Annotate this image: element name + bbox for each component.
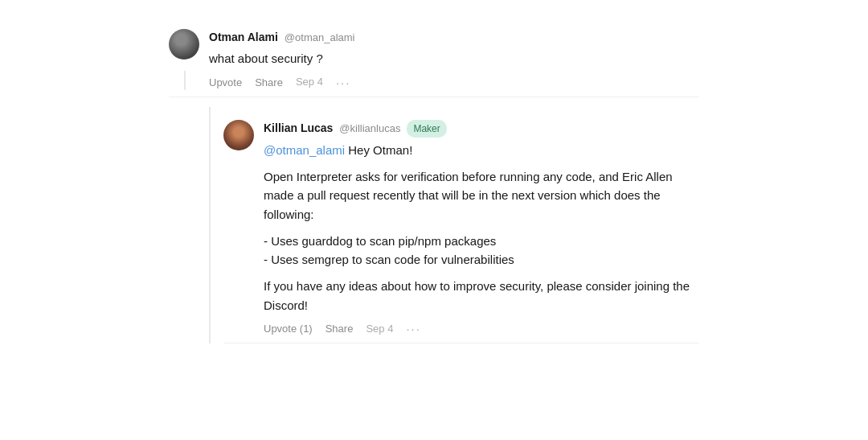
maker-badge: Maker	[407, 120, 446, 138]
author-handle-killian: @killianlucas	[339, 121, 400, 137]
bullet2: - Uses semgrep to scan code for vulnerab…	[264, 253, 514, 266]
comment-killian: Killian Lucas @killianlucas Maker @otman…	[223, 107, 699, 344]
share-button-otman[interactable]: Share	[255, 76, 283, 88]
more-button-otman[interactable]: ···	[336, 76, 351, 89]
upvote-button-killian[interactable]: Upvote (1)	[264, 323, 313, 335]
comment-actions-otman: Upvote Share Sep 4 ···	[209, 74, 699, 90]
more-button-killian[interactable]: ···	[406, 322, 421, 335]
page-container: Otman Alami @otman_alami what about secu…	[153, 0, 715, 360]
comment-otman: Otman Alami @otman_alami what about secu…	[169, 16, 699, 97]
author-handle-otman: @otman_alami	[285, 30, 355, 46]
replies-container: Killian Lucas @killianlucas Maker @otman…	[209, 107, 699, 344]
comment-header-otman: Otman Alami @otman_alami	[209, 29, 699, 46]
comment-body-killian: Killian Lucas @killianlucas Maker @otman…	[264, 120, 699, 337]
comment-actions-killian: Upvote (1) Share Sep 4 ···	[264, 321, 699, 337]
author-name-otman: Otman Alami	[209, 29, 278, 46]
date-killian: Sep 4	[366, 321, 393, 337]
avatar-otman	[169, 29, 199, 60]
thread-line	[184, 71, 186, 90]
date-otman: Sep 4	[296, 74, 323, 90]
mention-link[interactable]: @otman_alami	[264, 143, 345, 157]
upvote-button-otman[interactable]: Upvote	[209, 76, 242, 88]
bullet1: - Uses guarddog to scan pip/npm packages	[264, 234, 496, 248]
comment-body-otman: Otman Alami @otman_alami what about secu…	[209, 29, 699, 90]
share-button-killian[interactable]: Share	[326, 323, 354, 335]
comment-text-killian: @otman_alami Hey Otman! Open Interpreter…	[264, 141, 699, 315]
avatar-killian	[223, 120, 254, 150]
comment-header-killian: Killian Lucas @killianlucas Maker	[264, 120, 699, 138]
author-name-killian: Killian Lucas	[264, 120, 333, 137]
paragraph3: If you have any ideas about how to impro…	[264, 277, 699, 315]
paragraph1: Open Interpreter asks for verification b…	[264, 167, 699, 224]
comment-text-otman: what about security ?	[209, 49, 699, 68]
